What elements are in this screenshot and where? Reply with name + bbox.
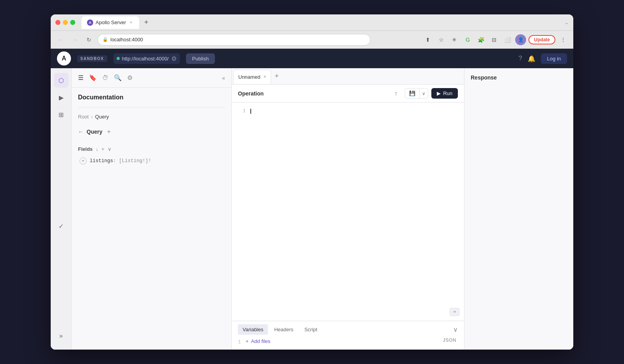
save-disk-icon: 💾 [409, 90, 415, 96]
query-nav: ← Query + [78, 126, 225, 138]
collapse-panel-button[interactable]: « [222, 75, 225, 81]
add-query-icon[interactable]: + [107, 128, 110, 135]
app-header: A SANDBOX http://localhost:4000/ ⚙ Publi… [51, 49, 573, 68]
connection-status-dot [117, 57, 120, 60]
bookmark-toolbar-icon[interactable]: ☆ [436, 34, 447, 45]
browser-tabs: A Apollo Server × + [82, 16, 562, 29]
app-content: A SANDBOX http://localhost:4000/ ⚙ Publi… [51, 49, 573, 350]
docs-settings-icon[interactable]: ⚙ [127, 74, 133, 81]
operation-header: Operation ↑ 💾 ∨ ▶ Run [232, 85, 464, 102]
check-icon: ✓ [58, 223, 64, 230]
update-button[interactable]: Update [528, 35, 555, 44]
address-text: localhost:4000 [110, 37, 143, 42]
fields-sort-icon[interactable]: ↓ [96, 146, 99, 152]
tab-title: Apollo Server [96, 19, 126, 25]
main-layout: ⬡ ▶ ⊞ ✓ » ☰ � [51, 68, 573, 350]
field-listings[interactable]: + listings: [Listing!]! [78, 154, 225, 168]
refresh-button[interactable]: ↻ [83, 34, 94, 45]
response-panel: Response [464, 68, 573, 350]
tab-label: Unnamed [238, 74, 260, 80]
run-button[interactable]: ▶ Run [431, 88, 458, 99]
tab-variables[interactable]: Variables [238, 324, 268, 335]
extension3-icon[interactable]: ⊟ [489, 34, 500, 45]
close-traffic-light[interactable] [55, 20, 60, 25]
sidebar-item-explorer[interactable]: ▶ [54, 90, 69, 105]
share-operation-icon[interactable]: ↑ [390, 88, 402, 99]
browser-window-controls: ⌄ [565, 20, 569, 25]
sidebar-expand-button[interactable]: » [54, 330, 69, 345]
docs-list-icon[interactable]: ☰ [78, 74, 83, 81]
doc-panel-title: Documentation [72, 88, 231, 104]
profile-icon[interactable]: 👤 [515, 34, 526, 45]
add-files-button[interactable]: + Add files [246, 337, 438, 345]
share-toolbar-icon[interactable]: ⬆ [422, 34, 433, 45]
sidebar-item-graph[interactable]: ⬡ [54, 73, 69, 88]
tab-script[interactable]: Script [300, 324, 322, 335]
breadcrumb-current: Query [95, 114, 109, 120]
fields-section: Fields ↓ + ∨ + listings: [Listing!]! [72, 141, 231, 171]
editor-tab-unnamed[interactable]: Unnamed × [233, 70, 271, 84]
browser-tab-active[interactable]: A Apollo Server × [82, 16, 139, 29]
window-minimize-button[interactable]: ⌄ [565, 20, 569, 25]
operation-actions: ↑ 💾 ∨ ▶ Run [390, 88, 458, 99]
search-docs-icon[interactable]: 🔍 [114, 74, 122, 81]
tab-headers[interactable]: Headers [269, 324, 298, 335]
field-expand-icon[interactable]: + [80, 157, 87, 164]
browser-addressbar: ← → ↻ 🔒 localhost:4000 ⬆ ☆ ✳ G 🧩 ⊟ ⬜ 👤 U… [51, 31, 573, 49]
variables-panel: Variables Headers Script ∨ 1 + Add files [232, 321, 464, 350]
save-dropdown-arrow[interactable]: ∨ [419, 89, 428, 98]
new-tab-button[interactable]: + [141, 17, 152, 28]
notification-bell-icon[interactable]: 🔔 [528, 55, 535, 62]
variables-collapse-icon[interactable]: ∨ [453, 326, 458, 333]
json-label: JSON [443, 337, 458, 343]
server-settings-gear-icon[interactable]: ⚙ [171, 55, 177, 62]
extension1-icon[interactable]: G [462, 34, 473, 45]
code-editor[interactable]: 1 ⌨ [232, 102, 464, 321]
save-button[interactable]: 💾 [405, 88, 419, 98]
maximize-traffic-light[interactable] [70, 20, 75, 25]
minimize-traffic-light[interactable] [63, 20, 68, 25]
traffic-lights [55, 20, 75, 25]
fields-add-icon[interactable]: + [101, 146, 105, 152]
tab-close-button[interactable]: × [128, 20, 134, 25]
forward-button[interactable]: → [69, 34, 80, 45]
logo-letter: A [62, 55, 66, 62]
screen-reader-icon[interactable]: ⬜ [502, 34, 513, 45]
new-editor-tab-button[interactable]: + [271, 71, 282, 82]
run-label: Run [443, 90, 452, 96]
help-icon[interactable]: ? [519, 55, 522, 62]
query-title: Query [87, 129, 102, 135]
sandbox-badge: SANDBOX [77, 55, 107, 62]
operation-title: Operation [238, 90, 264, 97]
add-files-label: Add files [251, 338, 270, 344]
extensions-icon[interactable]: ✳ [449, 34, 460, 45]
fields-label: Fields [78, 146, 93, 152]
tab-favicon-letter: A [89, 21, 92, 25]
nav-back-icon[interactable]: ← [78, 129, 83, 135]
line-number-1: 1 [238, 107, 246, 115]
doc-panel-header: ☰ 🔖 ⏱ 🔍 ⚙ « [72, 68, 231, 88]
server-url-text: http://localhost:4000/ [122, 56, 169, 62]
bookmark-icon[interactable]: 🔖 [89, 74, 97, 81]
more-options-icon[interactable]: ⋮ [558, 34, 569, 45]
graph-icon: ⬡ [58, 77, 64, 84]
tab-close-icon[interactable]: × [263, 74, 266, 80]
fields-dropdown-icon[interactable]: ∨ [108, 146, 112, 152]
icon-sidebar: ⬡ ▶ ⊞ ✓ » [51, 68, 72, 350]
operation-panel: Operation ↑ 💾 ∨ ▶ Run [232, 85, 464, 350]
back-button[interactable]: ← [55, 34, 66, 45]
history-clock-icon[interactable]: ⏱ [102, 74, 108, 81]
extension2-icon[interactable]: 🧩 [475, 34, 486, 45]
login-button[interactable]: Log in [541, 53, 567, 64]
server-url-container[interactable]: http://localhost:4000/ ⚙ [113, 53, 180, 64]
doc-header-icons: ☰ 🔖 ⏱ 🔍 ⚙ [78, 74, 133, 81]
address-bar[interactable]: 🔒 localhost:4000 [98, 34, 370, 46]
variables-content: + Add files [246, 337, 438, 345]
sidebar-item-check[interactable]: ✓ [54, 219, 69, 233]
variables-line-number: 1 [238, 337, 241, 346]
breadcrumb-root[interactable]: Root [78, 114, 89, 120]
add-files-plus-icon: + [246, 338, 249, 344]
sidebar-item-schema[interactable]: ⊞ [54, 107, 69, 122]
documentation-panel: ☰ 🔖 ⏱ 🔍 ⚙ « Documentation Root › Query [72, 68, 232, 350]
publish-button[interactable]: Publish [186, 53, 215, 64]
